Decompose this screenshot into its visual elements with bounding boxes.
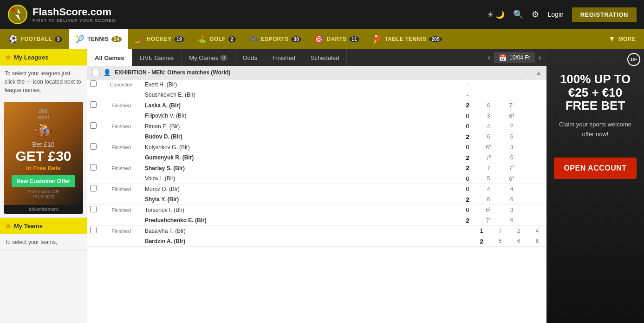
nav-item-hockey[interactable]: 🏒 HOCKEY 19 <box>128 29 191 49</box>
match-top-player: Cancelled Evert H. (Blr) - <box>87 79 546 90</box>
section-checkbox[interactable] <box>92 69 99 76</box>
main-panel: All Games LIVE Games My Games 0 Odds Fin… <box>87 49 546 323</box>
golf-label: GOLF <box>209 36 226 42</box>
player-name: Predushchenko E. (Blr) <box>142 217 458 224</box>
teams-star-icon: ★ <box>5 222 11 231</box>
score-main: 1 <box>472 227 491 234</box>
ad-right-headline: 100% UP TO €25 + €10 FREE BET <box>554 73 637 112</box>
score-main: 2 <box>458 217 477 224</box>
tab-scheduled[interactable]: Scheduled <box>303 49 347 66</box>
match-checkbox[interactable] <box>90 101 97 108</box>
my-teams-section: ★ My Teams To select your teams, <box>0 218 87 250</box>
match-checkbox[interactable] <box>90 164 97 171</box>
score-set1: 4 <box>477 123 500 130</box>
logo-area: FlashScore.com FIRST TO DELIVER YOUR SCO… <box>7 4 117 25</box>
score-set2: 6 <box>500 196 523 203</box>
score-set1: 77 <box>477 217 500 224</box>
player-name: Budov D. (Blr) <box>142 133 458 140</box>
tab-my-games[interactable]: My Games 0 <box>182 49 235 66</box>
player-name: Kolyshkov G. (Blr) <box>142 144 458 151</box>
match-top-player: Finished Basalyha T. (Blr) 1 7 2 4 <box>87 226 546 236</box>
match-status-finished: Finished <box>100 103 142 108</box>
score-set3: 4 <box>528 228 546 234</box>
esports-badge: 30 <box>291 36 301 42</box>
brand-name: FlashScore.com <box>33 6 117 18</box>
my-games-badge: 0 <box>220 55 228 61</box>
login-link[interactable]: Login <box>547 11 563 18</box>
match-checkbox[interactable] <box>90 227 97 233</box>
left-sidebar: ★ My Leagues To select your leagues just… <box>0 49 87 323</box>
leagues-description: To select your leagues just click the ☆ … <box>0 66 87 98</box>
nav-item-table-tennis[interactable]: 🏓 TABLE TENNIS 205 <box>366 29 449 49</box>
golf-badge: 2 <box>228 36 236 42</box>
match-checkbox[interactable] <box>90 185 97 191</box>
flashscore-logo-icon <box>7 4 28 25</box>
register-button[interactable]: REGISTRATION <box>572 7 637 22</box>
score-set1: 5 <box>491 238 509 244</box>
nav-item-golf[interactable]: ⛳ GOLF 2 <box>191 29 242 49</box>
nav-item-darts[interactable]: 🎯 DARTS 11 <box>308 29 366 49</box>
nav-item-more[interactable]: ▼ MORE <box>602 29 642 49</box>
tab-live-games[interactable]: LIVE Games <box>132 49 182 66</box>
nav-item-football[interactable]: ⚽ FOOTBALL 9 <box>2 29 69 49</box>
section-collapse-icon[interactable]: ▲ <box>535 69 542 76</box>
settings-icon[interactable]: ⚙ <box>532 9 539 20</box>
tagline: FIRST TO DELIVER YOUR SCORES! <box>33 18 117 23</box>
match-row: Finished Laska A. (Blr) 2 6 77 Filipovic… <box>87 100 546 121</box>
score-set2: 6 <box>509 238 528 244</box>
match-bottom-player: Bardzin A. (Blr) 2 5 6 6 <box>87 236 546 246</box>
match-row: Finished Sharlay S. (Blr) 2 7 77 Volov I… <box>87 163 546 184</box>
score-main: 2 <box>472 238 491 245</box>
match-checkbox[interactable] <box>90 143 97 150</box>
section-favorite-icon[interactable]: ☆ <box>526 69 532 76</box>
tab-finished[interactable]: Finished <box>265 49 303 66</box>
hockey-icon: 🏒 <box>135 35 144 44</box>
ad-promo: Promo code: 30FT&C's Apply <box>8 189 78 198</box>
player-name: Torsunov I. (Blr) <box>142 206 458 214</box>
score-main: 2 <box>458 165 477 171</box>
more-label: MORE <box>618 36 636 42</box>
search-icon[interactable]: 🔍 <box>513 9 523 20</box>
section-header: 👤 EXHIBITION - MEN: Others matches (Worl… <box>87 66 546 79</box>
nav-item-tennis[interactable]: 🎾 TENNIS 24 <box>69 29 128 49</box>
date-navigation: ‹ 📅 10/04 Fr › <box>482 52 546 63</box>
score-set1: 5 <box>477 175 500 182</box>
score-main: 0 <box>458 185 477 192</box>
table-tennis-label: TABLE TENNIS <box>384 36 426 42</box>
open-account-button[interactable]: OPEN ACCOUNT <box>554 158 637 179</box>
score-main: 2 <box>458 133 477 140</box>
date-next-button[interactable]: › <box>537 53 543 62</box>
player-name: Basalyha T. (Blr) <box>142 227 472 235</box>
esports-icon: 🎮 <box>249 35 258 44</box>
content-area: ★ My Leagues To select your leagues just… <box>0 49 644 323</box>
ad-right-subtitle: Claim your sports welcome offer now! <box>554 120 637 139</box>
current-date: 10/04 Fr <box>509 54 530 61</box>
player-name: Moroz D. (Blr) <box>142 185 458 193</box>
match-checkbox[interactable] <box>90 206 97 212</box>
match-checkbox[interactable] <box>90 80 97 87</box>
score-set3: 6 <box>528 238 546 244</box>
score-set2: 2 <box>509 228 528 234</box>
date-prev-button[interactable]: ‹ <box>486 53 492 62</box>
night-icon: 🌙 <box>495 10 505 19</box>
hockey-label: HOCKEY <box>147 36 171 42</box>
match-checkbox[interactable] <box>90 122 97 129</box>
score-set2: 77 <box>500 165 523 171</box>
score-set1: 6 <box>477 102 500 109</box>
age-restriction-badge: 18+ <box>627 53 640 66</box>
tennis-label: TENNIS <box>87 36 109 42</box>
hockey-badge: 19 <box>174 36 184 42</box>
ad-cta-button[interactable]: New Customer Offer <box>12 175 75 187</box>
score-set1: 3 <box>477 112 500 119</box>
score-main: 2 <box>458 196 477 203</box>
tab-all-games[interactable]: All Games <box>87 49 132 66</box>
score-set2: 63 <box>500 112 523 119</box>
score-set1: 4 <box>477 186 500 192</box>
nav-item-esports[interactable]: 🎮 ESPORTS 30 <box>242 29 308 49</box>
match-status-finished: Finished <box>100 145 142 150</box>
darts-badge: 11 <box>349 36 359 42</box>
day-night-toggle[interactable]: ☀ 🌙 <box>487 10 505 19</box>
tab-odds[interactable]: Odds <box>235 49 265 66</box>
match-bottom-player: Budov D. (Blr) 2 6 6 <box>87 132 546 142</box>
score-set1: 7 <box>491 228 509 234</box>
